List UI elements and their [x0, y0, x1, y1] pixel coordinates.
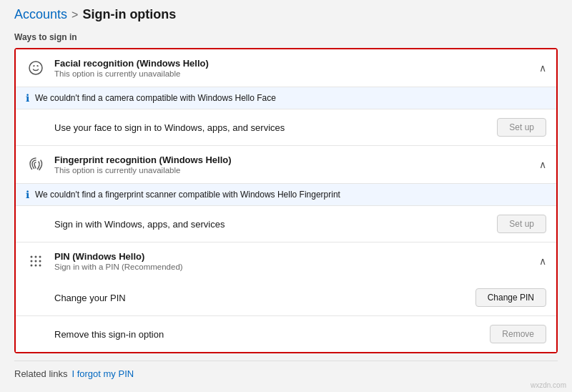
face-icon	[26, 58, 46, 78]
pin-chevron: ∧	[539, 255, 546, 267]
facial-recognition-info-icon: ℹ	[26, 92, 29, 104]
facial-recognition-title: Facial recognition (Windows Hello)	[54, 58, 209, 69]
svg-point-3	[39, 256, 41, 258]
breadcrumb: Accounts > Sign-in options	[14, 7, 558, 22]
pin-subtitle: Sign in with a PIN (Recommended)	[54, 263, 183, 271]
svg-point-4	[31, 260, 33, 263]
fingerprint-icon	[26, 155, 46, 175]
change-pin-row: Change your PIN Change PIN	[16, 280, 556, 315]
svg-point-2	[35, 256, 37, 258]
svg-point-9	[39, 265, 41, 267]
fingerprint-recognition-setup-button[interactable]: Set up	[497, 215, 546, 233]
fingerprint-recognition-title-block: Fingerprint recognition (Windows Hello) …	[54, 155, 232, 175]
remove-pin-label: Remove this sign-in option	[54, 329, 164, 340]
facial-recognition-chevron: ∧	[539, 62, 546, 74]
related-links-label: Related links	[14, 368, 67, 379]
pin-header-left: PIN (Windows Hello) Sign in with a PIN (…	[26, 251, 183, 271]
svg-point-1	[31, 256, 33, 258]
fingerprint-recognition-subtitle: This option is currently unavailable	[54, 166, 232, 175]
fingerprint-recognition-option: Fingerprint recognition (Windows Hello) …	[16, 146, 556, 242]
svg-point-7	[31, 265, 33, 267]
fingerprint-recognition-info-bar: ℹ We couldn't find a fingerprint scanner…	[16, 183, 556, 206]
facial-recognition-row: Use your face to sign in to Windows, app…	[16, 109, 556, 145]
remove-pin-row: Remove this sign-in option Remove	[16, 315, 556, 352]
pin-title: PIN (Windows Hello)	[54, 251, 183, 262]
facial-recognition-setup-button[interactable]: Set up	[497, 118, 546, 137]
facial-recognition-subtitle: This option is currently unavailable	[54, 69, 209, 78]
facial-recognition-header[interactable]: Facial recognition (Windows Hello) This …	[16, 49, 556, 87]
pin-option: PIN (Windows Hello) Sign in with a PIN (…	[16, 242, 556, 352]
svg-point-6	[39, 260, 41, 263]
fingerprint-recognition-row: Sign in with Windows, apps, and services…	[16, 206, 556, 242]
fingerprint-recognition-row-label: Sign in with Windows, apps, and services	[54, 219, 225, 230]
fingerprint-recognition-title: Fingerprint recognition (Windows Hello)	[54, 155, 232, 165]
change-pin-button[interactable]: Change PIN	[475, 288, 546, 307]
sign-in-options-section: Facial recognition (Windows Hello) This …	[14, 48, 558, 353]
pin-icon	[26, 251, 46, 271]
svg-point-5	[35, 260, 37, 263]
change-pin-label: Change your PIN	[54, 293, 126, 303]
pin-header[interactable]: PIN (Windows Hello) Sign in with a PIN (…	[16, 242, 556, 280]
facial-recognition-header-left: Facial recognition (Windows Hello) This …	[26, 58, 209, 78]
fingerprint-recognition-info-text: We couldn't find a fingerprint scanner c…	[35, 190, 340, 200]
watermark: wxzdn.com	[531, 381, 566, 389]
forgot-pin-link[interactable]: I forgot my PIN	[72, 368, 134, 379]
facial-recognition-title-block: Facial recognition (Windows Hello) This …	[54, 58, 209, 78]
svg-point-8	[35, 265, 37, 267]
related-links-bar: Related links I forgot my PIN	[14, 361, 558, 386]
breadcrumb-current: Sign-in options	[82, 7, 176, 22]
fingerprint-recognition-chevron: ∧	[539, 159, 546, 170]
breadcrumb-separator: >	[72, 9, 78, 21]
fingerprint-recognition-header-left: Fingerprint recognition (Windows Hello) …	[26, 155, 232, 175]
svg-point-0	[29, 62, 42, 74]
breadcrumb-accounts[interactable]: Accounts	[14, 7, 67, 22]
facial-recognition-info-bar: ℹ We couldn't find a camera compatible w…	[16, 87, 556, 109]
facial-recognition-option: Facial recognition (Windows Hello) This …	[16, 49, 556, 146]
pin-title-block: PIN (Windows Hello) Sign in with a PIN (…	[54, 251, 183, 271]
facial-recognition-info-text: We couldn't find a camera compatible wit…	[35, 93, 276, 103]
remove-pin-button[interactable]: Remove	[490, 325, 546, 343]
fingerprint-recognition-header[interactable]: Fingerprint recognition (Windows Hello) …	[16, 146, 556, 183]
fingerprint-recognition-info-icon: ℹ	[26, 189, 29, 200]
facial-recognition-row-label: Use your face to sign in to Windows, app…	[54, 122, 285, 133]
ways-to-sign-in-label: Ways to sign in	[14, 32, 558, 42]
